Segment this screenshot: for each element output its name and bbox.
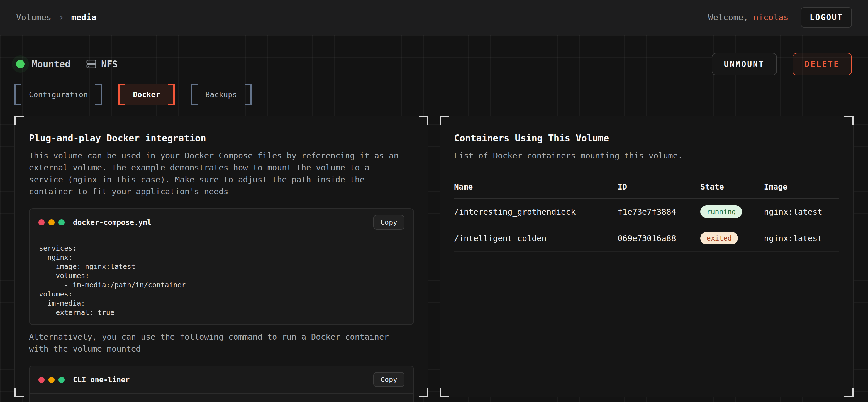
cli-window-header: CLI one-liner Copy [30, 366, 413, 394]
column-header-id: ID [618, 182, 700, 192]
panel-corner-bracket [440, 388, 449, 397]
unmount-button[interactable]: UNMOUNT [712, 53, 777, 75]
panel-corner-bracket [14, 115, 24, 125]
breadcrumb-current-volume: media [71, 12, 96, 22]
tab-backups[interactable]: Backups [191, 84, 252, 105]
status-badge-running: running [700, 205, 742, 218]
main-content: Mounted NFS UNMOUNT DELETE Configuration… [0, 35, 868, 402]
traffic-light-green-icon [59, 220, 65, 226]
panel-corner-bracket [419, 115, 428, 125]
logout-button[interactable]: LOGOUT [801, 7, 852, 28]
welcome-label: Welcome, [708, 12, 753, 22]
cli-code-body: docker run -v im-media:/path/in/containe… [30, 394, 413, 402]
topbar: Volumes › media Welcome, nicolas LOGOUT [0, 0, 868, 35]
docker-panel-title: Plug-and-play Docker integration [29, 133, 414, 144]
cli-window-title: CLI one-liner [73, 375, 130, 384]
table-header-row: Name ID State Image [454, 177, 839, 199]
docker-integration-panel: Plug-and-play Docker integration This vo… [14, 115, 428, 397]
container-name: /interesting_grothendieck [454, 207, 618, 216]
compose-code: services: nginx: image: nginx:latest vol… [39, 244, 404, 317]
status-badge-exited: exited [700, 232, 738, 244]
panel-corner-bracket [844, 115, 854, 125]
volume-status-bar: Mounted NFS UNMOUNT DELETE [14, 53, 854, 75]
panel-corner-bracket [440, 115, 449, 125]
breadcrumb-volumes-link[interactable]: Volumes [16, 12, 51, 22]
volume-actions: UNMOUNT DELETE [712, 53, 852, 75]
server-icon [86, 59, 97, 69]
username: nicolas [753, 12, 788, 22]
tab-docker[interactable]: Docker [118, 84, 175, 105]
panels: Plug-and-play Docker integration This vo… [14, 115, 854, 397]
compose-window-header: docker-compose.yml Copy [30, 209, 413, 236]
compose-code-body: services: nginx: image: nginx:latest vol… [30, 236, 413, 324]
traffic-light-amber-icon [49, 377, 55, 383]
filesystem-type-label: NFS [101, 59, 118, 70]
container-state: exited [700, 232, 764, 244]
compose-filename: docker-compose.yml [73, 218, 152, 227]
container-id: f1e73e7f3884 [618, 207, 700, 216]
container-name: /intelligent_colden [454, 234, 618, 243]
copy-cli-button[interactable]: Copy [373, 372, 404, 387]
traffic-light-green-icon [59, 377, 65, 383]
cli-code-window: CLI one-liner Copy docker run -v im-medi… [29, 366, 414, 402]
cli-command: docker run -v im-media:/path/in/containe… [39, 401, 404, 402]
traffic-light-red-icon [38, 377, 44, 383]
tab-bar: Configuration Docker Backups [14, 84, 854, 105]
column-header-state: State [700, 182, 764, 192]
containers-table: Name ID State Image /interesting_grothen… [454, 177, 839, 252]
panel-corner-bracket [14, 388, 24, 397]
panel-corner-bracket [844, 388, 854, 397]
table-row: /interesting_grothendieck f1e73e7f3884 r… [454, 199, 839, 225]
containers-panel-title: Containers Using This Volume [454, 133, 839, 144]
mounted-status-label: Mounted [32, 59, 70, 70]
tab-configuration[interactable]: Configuration [14, 84, 102, 105]
container-image: nginx:latest [764, 207, 839, 216]
table-row: /intelligent_colden 069e73016a88 exited … [454, 225, 839, 252]
delete-button[interactable]: DELETE [793, 53, 852, 75]
containers-panel: Containers Using This Volume List of Doc… [440, 115, 854, 397]
docker-panel-description: This volume can be used in your Docker C… [29, 150, 402, 198]
chevron-right-icon: › [59, 12, 64, 23]
containers-panel-subtitle: List of Docker containers mounting this … [454, 150, 827, 162]
container-state: running [700, 205, 764, 218]
breadcrumb: Volumes › media [16, 12, 96, 23]
copy-compose-button[interactable]: Copy [373, 215, 404, 230]
traffic-light-red-icon [38, 220, 44, 226]
panel-corner-bracket [419, 388, 428, 397]
container-id: 069e73016a88 [618, 234, 700, 243]
column-header-name: Name [454, 182, 618, 192]
container-image: nginx:latest [764, 234, 839, 243]
compose-code-window: docker-compose.yml Copy services: nginx:… [29, 208, 414, 325]
traffic-light-amber-icon [49, 220, 55, 226]
mounted-status-dot-icon [16, 60, 25, 68]
topbar-right: Welcome, nicolas LOGOUT [708, 7, 852, 28]
column-header-image: Image [764, 182, 839, 192]
welcome-message: Welcome, nicolas [708, 12, 788, 22]
cli-intro-text: Alternatively, you can use the following… [29, 331, 402, 355]
